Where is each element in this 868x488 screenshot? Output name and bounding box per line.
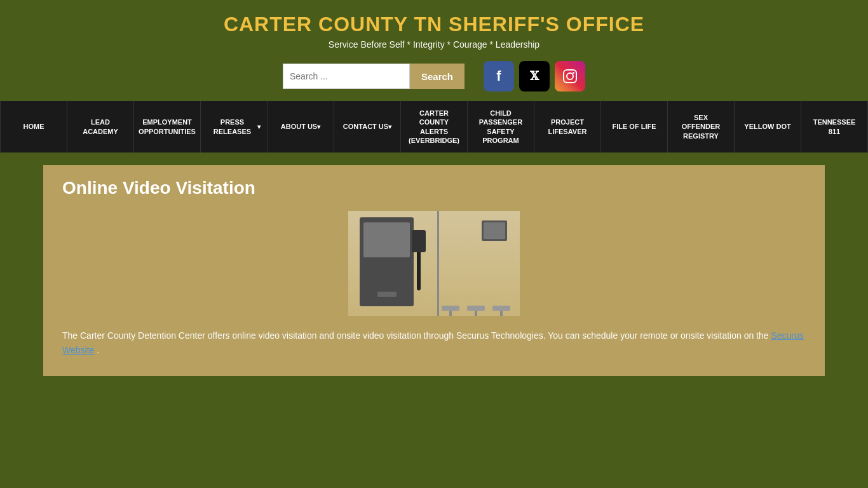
site-title: CARTER COUNTY TN SHERIFF'S OFFICE (6, 13, 862, 36)
handset (412, 230, 426, 252)
kiosk-screen (363, 222, 410, 257)
nav-sex-offender[interactable]: SEX OFFENDER REGISTRY (668, 101, 735, 152)
search-input[interactable] (283, 64, 410, 89)
nav-carter-alerts[interactable]: CARTER COUNTY ALERTS (EVERBRIDGE) (401, 101, 468, 152)
nav-yellow-dot[interactable]: YELLOW DOT (735, 101, 801, 152)
search-social-row: Search f 𝕏 (6, 61, 862, 92)
description-text-end: . (97, 345, 99, 355)
nav-about-us[interactable]: ABOUT US (268, 101, 334, 152)
svg-point-1 (567, 73, 573, 79)
page-title: Online Video Visitation (62, 178, 806, 198)
nav-employment[interactable]: EMPLOYMENT OPPORTUNITIES (134, 101, 201, 152)
site-header: CARTER COUNTY TN SHERIFF'S OFFICE Servic… (0, 0, 868, 101)
main-content: Online Video Visitation (43, 165, 825, 376)
nav-lead-academy[interactable]: LEAD ACADEMY (67, 101, 134, 152)
kiosk-controls (377, 292, 397, 297)
seating-area (442, 306, 510, 311)
social-icons: f 𝕏 (484, 61, 585, 92)
description-paragraph: The Carter County Detention Center offer… (62, 329, 806, 357)
secondary-monitor (482, 220, 507, 241)
nav-press-releases[interactable]: PRESS RELEASES (201, 101, 268, 152)
instagram-icon[interactable] (555, 61, 585, 92)
nav-project-lifesaver[interactable]: PROJECT LIFESAVER (534, 101, 601, 152)
description-text-main: The Carter County Detention Center offer… (62, 330, 771, 341)
search-form: Search (283, 64, 465, 89)
visitation-image (348, 211, 520, 316)
nav-file-of-life[interactable]: FILE OF LIFE (601, 101, 668, 152)
nav-home[interactable]: HOME (0, 101, 67, 152)
x-twitter-icon[interactable]: 𝕏 (519, 61, 550, 92)
site-subtitle: Service Before Self * Integrity * Courag… (6, 39, 862, 50)
main-nav: HOME LEAD ACADEMY EMPLOYMENT OPPORTUNITI… (0, 101, 868, 152)
nav-tennessee-811[interactable]: TENNESSEE 811 (801, 101, 868, 152)
svg-point-2 (573, 72, 574, 74)
image-container (62, 211, 806, 316)
search-button[interactable]: Search (410, 64, 465, 89)
kiosk-unit (360, 217, 414, 306)
nav-contact-us[interactable]: CONTACT US (334, 101, 401, 152)
facebook-icon[interactable]: f (484, 61, 514, 92)
room-divider (437, 211, 439, 316)
svg-rect-0 (564, 70, 576, 83)
nav-child-passenger[interactable]: CHILD PASSENGER SAFETY PROGRAM (468, 101, 534, 152)
